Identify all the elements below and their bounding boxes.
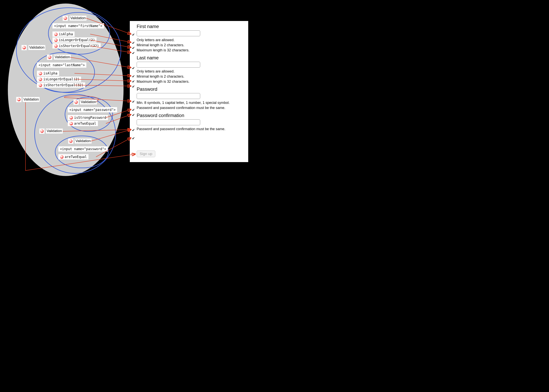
label-validation-top: Validation	[28, 45, 45, 50]
check-icon: ✔	[132, 41, 135, 45]
tag-input-lastname: <input name="lastName">	[37, 62, 86, 68]
no-entry-icon	[39, 84, 42, 87]
section-firstname: First name Only letters are allowed. Min…	[137, 24, 246, 53]
check-icon: ✔	[132, 136, 135, 140]
msg-password-1: Password and password confirmation must …	[137, 105, 246, 110]
no-entry-icon	[39, 78, 42, 81]
check-icon: ✔	[132, 108, 135, 112]
no-entry-icon	[54, 38, 58, 42]
label-validation-password-confirm: Validation	[75, 139, 92, 143]
check-icon: ✔	[132, 46, 135, 50]
tag-rule-lastname-0: isAlpha	[37, 70, 59, 76]
no-entry-icon	[16, 97, 21, 102]
no-entry-icon	[54, 44, 58, 48]
heading-lastname: Last name	[137, 55, 246, 61]
no-entry-icon	[39, 128, 45, 134]
label-validation-root: Validation	[23, 97, 40, 102]
section-lastname: Last name Only letters are allowed. Mini…	[137, 55, 246, 84]
input-password-confirm[interactable]	[137, 119, 200, 125]
msg-password-confirm-0: Password and password confirmation must …	[137, 126, 246, 132]
signup-button[interactable]: Sign up	[137, 151, 155, 157]
no-entry-icon	[60, 155, 63, 159]
no-entry-icon	[69, 116, 73, 119]
tag-rule-password-0: isStrongPassword	[68, 115, 108, 120]
msg-lastname-0: Only letters are allowed.	[137, 69, 246, 74]
tag-input-password: <input name="password">	[68, 107, 117, 112]
no-entry-icon	[47, 55, 52, 60]
section-password: Password Min. 8 symbols, 1 capital lette…	[137, 86, 246, 110]
input-lastname[interactable]	[137, 62, 200, 68]
heading-password-confirm: Password confirmation	[137, 113, 246, 118]
msg-password-0: Min. 8 symbols, 1 capital letter, 1 numb…	[137, 100, 246, 105]
check-icon: ✔	[132, 33, 135, 37]
tag-rule-lastname-1: isLongerOrEqual(2)	[37, 77, 81, 82]
tag-rule-lastname-2: isShorterOrEqual(32)	[37, 82, 85, 88]
input-firstname[interactable]	[137, 30, 200, 36]
form-panel: First name Only letters are allowed. Min…	[130, 21, 248, 162]
tag-rule-firstname-1: isLongerOrEqual(2)	[52, 37, 97, 43]
msg-lastname-1: Minimal length is 2 characters.	[137, 74, 246, 79]
no-entry-icon	[54, 33, 58, 36]
label-validation-password: Validation	[80, 99, 97, 105]
no-entry-icon	[39, 72, 42, 75]
check-icon: ✔	[132, 66, 135, 70]
tag-rule-password-1: areTwoEqual	[68, 121, 98, 126]
check-icon: ✔	[132, 74, 135, 79]
input-password[interactable]	[137, 93, 200, 99]
heading-password: Password	[137, 86, 246, 92]
check-icon: ✔	[132, 99, 135, 104]
msg-lastname-2: Maximum length is 32 characters.	[137, 79, 246, 84]
section-password-confirm: Password confirmation Password and passw…	[137, 113, 246, 132]
no-entry-icon	[63, 15, 68, 21]
msg-firstname-2: Maximum length is 32 characters.	[137, 48, 246, 53]
msg-firstname-1: Minimal length is 2 characters.	[137, 42, 246, 48]
msg-firstname-0: Only letters are allowed.	[137, 37, 246, 42]
no-entry-icon	[21, 45, 27, 50]
diagram-root: Validation Validation Validation <input …	[0, 0, 248, 177]
no-entry-icon	[73, 99, 79, 105]
check-icon: ✔	[132, 113, 135, 117]
no-entry-icon	[68, 138, 74, 144]
check-icon: ✔	[132, 79, 135, 84]
tag-input-firstname: <input name="firstName">	[52, 23, 104, 29]
tag-input-password-confirm: <input name="password">	[58, 146, 108, 152]
label-validation-lastname: Validation	[54, 55, 71, 60]
no-entry-icon	[69, 122, 73, 126]
check-icon: ✔	[132, 128, 135, 132]
heading-firstname: First name	[137, 24, 246, 29]
tag-rule-password-confirm-0: areTwoEqual	[58, 154, 89, 160]
tag-rule-firstname-2: isShorterOrEqual(32)	[52, 43, 101, 49]
label-validation-bottom: Validation	[46, 129, 63, 133]
check-icon: ✔	[132, 84, 135, 89]
label-validation-firstname: Validation	[70, 16, 86, 21]
tag-rule-firstname-0: isAlpha	[52, 31, 75, 37]
check-icon: ✔	[132, 51, 135, 55]
